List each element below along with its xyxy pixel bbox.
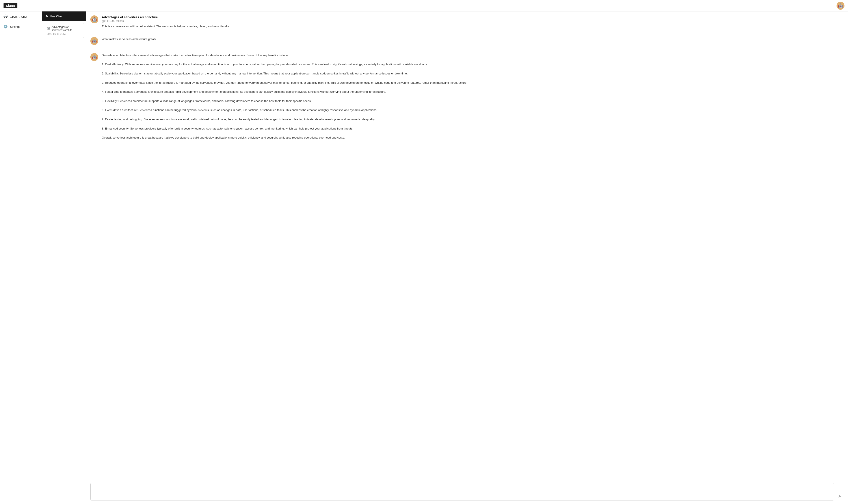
send-button[interactable]: ➤ xyxy=(836,492,844,501)
chat-item-date: 2023-06-18 21:59 xyxy=(47,33,81,35)
message-content-2: What makes serverless architecture great… xyxy=(102,37,844,45)
bot-avatar-3: 🤖 xyxy=(90,53,98,61)
chat-panel: ⊕ New Chat 💬 Advantages of serverless ar… xyxy=(42,12,86,504)
sidebar-item-open-ai-chat[interactable]: 💬 Open AI Chat xyxy=(0,12,42,22)
chat-icon: 💬 xyxy=(3,15,8,18)
avatar: 🤖 xyxy=(836,2,845,10)
message-block-system: 🤖 Advantages of serverless architecture … xyxy=(86,12,848,33)
bot-avatar-1: 🤖 xyxy=(90,15,98,23)
bot-avatar-2: 🤖 xyxy=(90,37,98,45)
logo: Skeet xyxy=(3,3,17,8)
new-chat-label: New Chat xyxy=(50,15,63,18)
sidebar-item-label-settings: Settings xyxy=(10,25,20,29)
chat-bubble-icon: 💬 xyxy=(47,27,50,30)
message-text-3: Serverless architecture offers several a… xyxy=(102,53,844,140)
message-content-1: Advantages of serverless architecture gp… xyxy=(102,15,844,29)
input-area: ➤ xyxy=(86,479,848,504)
topbar: Skeet 🤖 xyxy=(0,0,848,12)
content-area: 🤖 Advantages of serverless architecture … xyxy=(86,12,848,504)
send-icon: ➤ xyxy=(838,494,842,499)
chat-item-header: 💬 Advantages of serverless archite... xyxy=(47,25,81,32)
message-block-user: 🤖 What makes serverless architecture gre… xyxy=(86,33,848,49)
sidebar-item-label-open-ai-chat: Open AI Chat xyxy=(10,15,27,18)
message-text-1: This is a conversation with an AI assist… xyxy=(102,24,844,29)
chat-input[interactable] xyxy=(90,483,834,501)
message-title: Advantages of serverless architecture xyxy=(102,15,844,19)
main-layout: 💬 Open AI Chat ⚙️ Settings ⊕ New Chat 💬 … xyxy=(0,12,848,504)
sidebar: 💬 Open AI Chat ⚙️ Settings xyxy=(0,12,42,504)
sidebar-item-settings[interactable]: ⚙️ Settings xyxy=(0,22,42,32)
chat-item-title: Advantages of serverless archite... xyxy=(52,25,81,32)
message-content-3: Serverless architecture offers several a… xyxy=(102,53,844,140)
message-text-2: What makes serverless architecture great… xyxy=(102,37,844,42)
plus-icon: ⊕ xyxy=(46,15,48,18)
message-meta: gpt-4: 1000 tokens xyxy=(102,19,844,22)
conversation: 🤖 Advantages of serverless architecture … xyxy=(86,12,848,479)
gear-icon: ⚙️ xyxy=(3,25,8,29)
new-chat-button[interactable]: ⊕ New Chat xyxy=(42,12,86,21)
chat-history-item[interactable]: 💬 Advantages of serverless archite... 20… xyxy=(43,23,84,38)
message-block-assistant: 🤖 Serverless architecture offers several… xyxy=(86,49,848,144)
